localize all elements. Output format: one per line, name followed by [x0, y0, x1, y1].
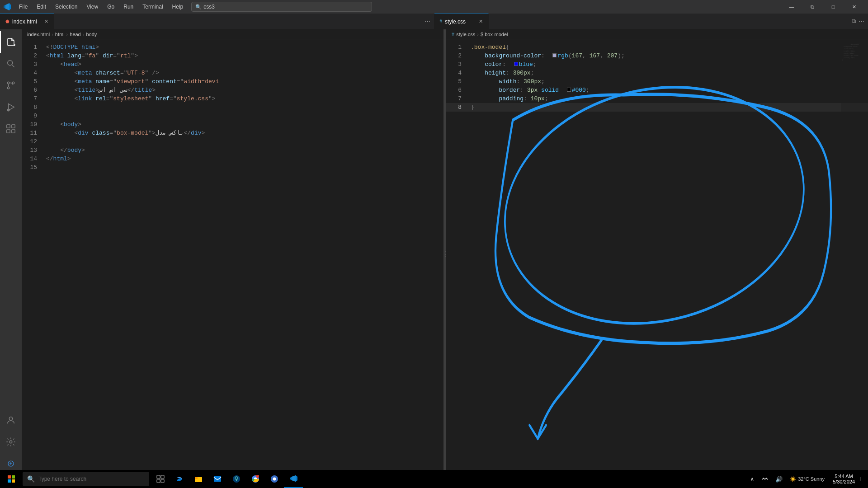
menu-help[interactable]: Help — [168, 2, 188, 12]
tab-more-button[interactable]: ⋯ — [425, 18, 430, 25]
left-editor-panel: index.html › html › head › body 1 <!DOCT… — [22, 29, 444, 478]
tab-bar-actions: ⋯ — [421, 14, 434, 29]
css-line-6: 6 border: 3px solid #000; — [446, 86, 868, 94]
menu-terminal[interactable]: Terminal — [138, 2, 167, 12]
css-file-icon: # — [440, 19, 443, 24]
account-icon[interactable] — [0, 409, 22, 431]
taskbar-chromium-icon[interactable] — [265, 470, 284, 488]
right-code-editor[interactable]: 1 .box-model{ 2 background-color: rgb(16… — [446, 39, 868, 478]
code-line-12: 12 — [22, 137, 443, 146]
svg-rect-13 — [8, 475, 11, 479]
menu-view[interactable]: View — [82, 2, 103, 12]
menu-file[interactable]: File — [14, 2, 32, 12]
code-line-8: 8 — [22, 103, 443, 112]
taskbar: 🔍 ∧ 🔊 ☀️ 32° — [0, 470, 868, 488]
taskbar-edge-icon[interactable] — [170, 470, 189, 488]
code-line-2: 2 <html lang="fa" dir="rtl"> — [22, 52, 443, 60]
activity-bar — [0, 29, 22, 478]
breadcrumb-file: index.html — [27, 32, 50, 37]
html-file-icon: ⬟ — [5, 19, 9, 24]
taskbar-chrome-icon[interactable] — [246, 470, 265, 488]
code-line-4: 4 <meta charset="UTF-8" /> — [22, 69, 443, 77]
code-line-3: 3 <head> — [22, 60, 443, 69]
code-line-5: 5 <meta name="viewport" content="width=d… — [22, 77, 443, 86]
code-line-7: 7 <link rel="stylesheet" href="style.css… — [22, 94, 443, 103]
taskbar-tray: ∧ 🔊 ☀️ 32°C Sunny 5:44 AM 5/30/2024 — [747, 474, 866, 485]
svg-rect-26 — [236, 479, 237, 481]
taskbar-vscode-icon[interactable] — [284, 470, 303, 488]
breadcrumb-body: body — [86, 32, 97, 37]
taskbar-search-icon: 🔍 — [27, 475, 35, 483]
svg-rect-22 — [195, 477, 198, 479]
right-tab-spacer — [489, 14, 849, 29]
source-control-icon[interactable] — [0, 75, 22, 96]
left-code-editor[interactable]: 1 <!DOCTYPE html> 2 <html lang="fa" dir=… — [22, 39, 443, 478]
tray-volume-icon[interactable]: 🔊 — [773, 474, 785, 484]
more-actions-button[interactable]: ⋯ — [859, 18, 864, 25]
right-breadcrumb: # style.css › $.box-model — [446, 29, 868, 39]
tab-style-css[interactable]: # style.css ✕ — [434, 14, 489, 29]
temperature-label: 32°C Sunny — [798, 476, 825, 482]
close-tab-style-css[interactable]: ✕ — [479, 19, 483, 24]
run-debug-icon[interactable] — [0, 96, 22, 118]
breadcrumb-box-model: $.box-model — [481, 32, 508, 37]
border-color-swatch — [567, 88, 571, 92]
start-button[interactable] — [2, 470, 21, 488]
css-line-8: 8 } — [446, 103, 868, 112]
svg-point-2 — [7, 87, 9, 89]
text-color-swatch — [514, 62, 518, 66]
menu-selection[interactable]: Selection — [51, 2, 82, 12]
tray-chevron[interactable]: ∧ — [747, 474, 757, 484]
menu-edit[interactable]: Edit — [32, 2, 51, 12]
svg-rect-20 — [161, 479, 164, 483]
task-view-button[interactable] — [151, 470, 170, 488]
code-line-14: 14 </html> — [22, 155, 443, 163]
close-button[interactable]: ✕ — [844, 0, 864, 14]
search-activity-icon[interactable] — [0, 53, 22, 75]
close-tab-index-html[interactable]: ✕ — [44, 19, 48, 24]
show-desktop-button[interactable] — [860, 477, 866, 481]
title-search-bar[interactable]: 🔍 — [191, 2, 372, 12]
activity-bar-bottom — [0, 409, 22, 478]
explorer-icon[interactable] — [0, 31, 22, 53]
minimap: .box-model{ background-color: color: blu… — [841, 39, 868, 478]
svg-rect-17 — [157, 475, 160, 479]
taskbar-search-input[interactable] — [38, 476, 145, 482]
settings-icon[interactable] — [0, 431, 22, 453]
svg-rect-14 — [12, 475, 15, 479]
menu-go[interactable]: Go — [103, 2, 119, 12]
code-line-10: 10 <body> — [22, 120, 443, 129]
tab-index-html[interactable]: ⬟ index.html ✕ — [0, 14, 54, 29]
title-bar: File Edit Selection View Go Run Terminal… — [0, 0, 868, 14]
taskbar-search[interactable]: 🔍 — [23, 472, 149, 486]
menu-run[interactable]: Run — [119, 2, 138, 12]
css-line-1: 1 .box-model{ — [446, 43, 868, 52]
css-line-7: 7 padding: 10px; — [446, 94, 868, 103]
minimize-button[interactable]: — — [781, 0, 802, 14]
taskbar-mail-icon[interactable] — [208, 470, 227, 488]
title-search-input[interactable] — [203, 4, 368, 10]
maximize-button[interactable]: □ — [823, 0, 844, 14]
left-breadcrumb: index.html › html › head › body — [22, 29, 443, 39]
code-line-6: 6 <title>سی اس اس</title> — [22, 86, 443, 94]
tray-weather[interactable]: ☀️ 32°C Sunny — [787, 474, 827, 484]
code-line-15: 15 — [22, 163, 443, 172]
svg-rect-23 — [214, 476, 221, 482]
tray-network-icon[interactable] — [759, 474, 771, 485]
app-icon — [4, 3, 11, 10]
right-editor-panel: # style.css › $.box-model 1 .box-model{ … — [446, 29, 868, 478]
svg-rect-8 — [7, 130, 10, 133]
split-editor-button[interactable]: ⧉ — [852, 18, 856, 25]
svg-rect-18 — [161, 475, 164, 479]
css-line-5: 5 width: 300px; — [446, 77, 868, 86]
taskbar-keepass-icon[interactable] — [227, 470, 246, 488]
svg-point-3 — [12, 82, 14, 84]
clock-time: 5:44 AM — [833, 474, 855, 479]
svg-rect-9 — [12, 130, 15, 133]
restore-button[interactable]: ⧉ — [802, 0, 823, 14]
svg-point-0 — [8, 61, 13, 66]
taskbar-explorer-icon[interactable] — [189, 470, 208, 488]
breadcrumb-css-file: # style.css — [452, 32, 475, 37]
taskbar-clock[interactable]: 5:44 AM 5/30/2024 — [829, 474, 859, 484]
extensions-icon[interactable] — [0, 118, 22, 140]
